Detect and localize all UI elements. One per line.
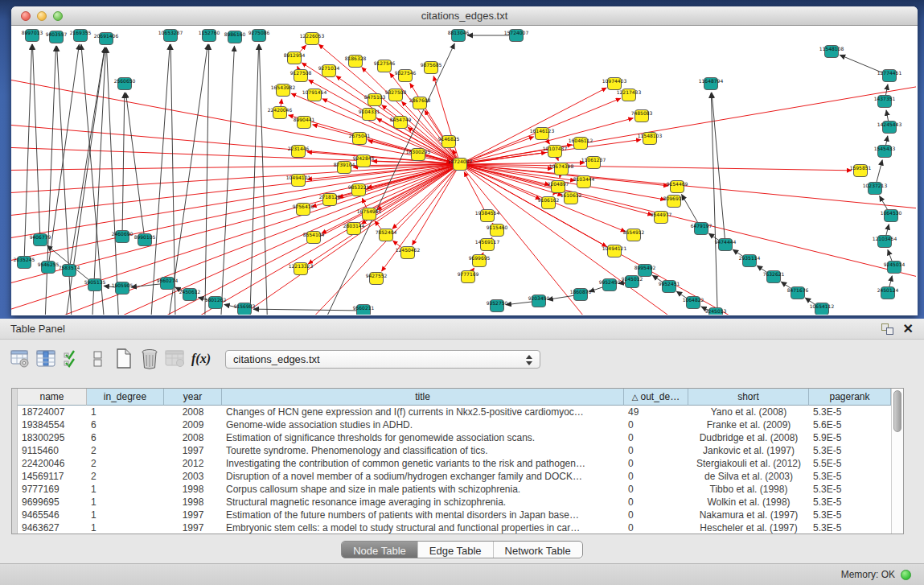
cell-pagerank: 5.3E-5 xyxy=(809,444,891,457)
node-label: 8475103 xyxy=(364,94,386,100)
node-label: 9560274 xyxy=(157,278,179,283)
column-header-title[interactable]: title xyxy=(222,389,624,406)
node-label: 15724007 xyxy=(504,30,529,35)
cell-short: Hescheler et al. (1997) xyxy=(688,521,809,534)
cell-pagerank: 5.3E-5 xyxy=(809,521,891,534)
table-row[interactable]: 946554611997Estimation of the future num… xyxy=(18,509,891,521)
cell-pagerank: 5.3E-5 xyxy=(809,483,891,496)
cell-outde: 0 xyxy=(624,509,688,521)
column-header-year[interactable]: year xyxy=(164,389,222,406)
tab-network-table[interactable]: Network Table xyxy=(494,542,582,558)
minimize-window-button[interactable] xyxy=(37,11,47,21)
cell-year: 1998 xyxy=(164,483,222,496)
node-label: 1860870 xyxy=(570,289,592,295)
node-label: 9245014 xyxy=(884,262,906,267)
table-row[interactable]: 946362711997Embryonic stem cells: a mode… xyxy=(18,521,891,534)
vertical-scrollbar[interactable] xyxy=(891,389,903,534)
cell-title: Disruption of a novel member of a sodium… xyxy=(222,470,624,483)
table-selector-dropdown[interactable]: citations_edges.txt xyxy=(225,350,540,369)
cell-title: Changes of HCN gene expression and I(f) … xyxy=(222,406,624,418)
table-row[interactable]: 969969511998Structural magnetic resonanc… xyxy=(18,496,891,509)
node-label: 16543982 xyxy=(271,84,296,90)
table-row[interactable]: 1938455462009Genome-wide association stu… xyxy=(18,418,891,431)
node-label: 9756410 xyxy=(293,204,314,209)
show-columns-button[interactable] xyxy=(34,347,60,371)
cell-title: Corpus callosum shape and size in male p… xyxy=(222,483,624,496)
node-label: 1152760 xyxy=(199,30,220,35)
table-gear-icon xyxy=(10,349,31,369)
node-label: 7583574 xyxy=(59,265,80,270)
node-label: 2560650 xyxy=(114,78,136,84)
memory-ok-icon xyxy=(901,570,911,580)
cell-name: 19384554 xyxy=(18,418,87,431)
column-header-outde[interactable]: △out_de… xyxy=(624,389,688,406)
node-label: 5905135 xyxy=(84,279,106,285)
row-header-strip xyxy=(12,389,18,534)
scrollbar-thumb[interactable] xyxy=(893,390,901,432)
close-window-button[interactable] xyxy=(21,11,31,21)
cell-short: Stergiakouli et al. (2012) xyxy=(688,457,809,470)
cell-indegree: 1 xyxy=(87,521,164,534)
table-row[interactable]: 1872400712008Changes of HCN gene express… xyxy=(18,406,891,418)
node-table: namein_degreeyeartitle△out_de…shortpager… xyxy=(11,388,904,534)
node-label: 10107437 xyxy=(543,146,568,151)
zoom-window-button[interactable] xyxy=(53,11,63,21)
node-label: 9546255 xyxy=(38,262,60,267)
function-builder-button[interactable]: f(x) xyxy=(188,347,214,371)
node-label: 9403557 xyxy=(46,31,68,37)
column-header-name[interactable]: name xyxy=(18,389,87,406)
cell-short: Yano et al. (2008) xyxy=(688,406,809,418)
cell-title: Estimation of the future numbers of pati… xyxy=(222,509,624,521)
edge xyxy=(32,44,40,240)
cell-indegree: 1 xyxy=(87,509,164,521)
table-header-row: namein_degreeyeartitle△out_de…shortpager… xyxy=(18,389,891,406)
node-label: 8103444 xyxy=(573,176,595,182)
delete-table-button[interactable] xyxy=(162,347,188,371)
node-label: 2935114 xyxy=(739,255,761,261)
row-mode-button[interactable] xyxy=(85,347,111,371)
cell-outde: 0 xyxy=(624,470,688,483)
table-row[interactable]: 1456911722003Disruption of a novel membe… xyxy=(18,470,891,483)
node-label: 12226053 xyxy=(300,33,325,39)
table-row[interactable]: 2242004622012Investigating the contribut… xyxy=(18,457,891,470)
cell-year: 2008 xyxy=(164,406,222,418)
tab-edge-table[interactable]: Edge Table xyxy=(418,542,494,558)
node-label: 8186328 xyxy=(345,56,367,61)
node-label: 10653287 xyxy=(158,30,183,35)
trash-icon xyxy=(140,348,159,369)
node-label: 10674398 xyxy=(549,163,574,169)
create-column-button[interactable] xyxy=(111,347,137,371)
node-label: 8454749 xyxy=(390,117,412,122)
close-panel-button[interactable]: ✕ xyxy=(903,321,914,336)
cell-outde: 0 xyxy=(624,444,688,457)
edge xyxy=(248,44,259,315)
node-label: 7852404 xyxy=(376,229,397,235)
cell-outde: 49 xyxy=(624,406,688,418)
node-label: 12213323 xyxy=(289,263,314,269)
node-label: 9203450 xyxy=(528,295,550,301)
network-canvas[interactable]: 8997013940355721693552069140610653287115… xyxy=(11,26,916,315)
tab-node-table[interactable]: Node Table xyxy=(342,542,418,558)
cell-indegree: 2 xyxy=(87,470,164,483)
delete-column-button[interactable] xyxy=(137,347,162,371)
table-row[interactable]: 977716911998Corpus callosum shape and si… xyxy=(18,483,891,496)
delete-table-icon xyxy=(165,349,186,369)
column-header-pagerank[interactable]: pagerank xyxy=(809,389,891,406)
edge-selected xyxy=(381,164,460,271)
table-row[interactable]: 911546021997Tourette syndrome. Phenomeno… xyxy=(18,444,891,457)
table-panel-title: Table Panel xyxy=(0,319,924,340)
table-row[interactable]: 1830029562008Estimation of significance … xyxy=(18,431,891,444)
column-header-short[interactable]: short xyxy=(688,389,809,406)
node-label: 9245013 xyxy=(705,308,727,314)
table-mode-button[interactable] xyxy=(8,347,34,371)
status-bar: Memory: OK xyxy=(0,563,924,585)
cell-name: 9699695 xyxy=(18,496,87,509)
node-label: 9853221 xyxy=(348,184,370,190)
cell-name: 9463627 xyxy=(18,521,87,534)
select-all-button[interactable] xyxy=(60,347,85,371)
float-panel-button[interactable] xyxy=(881,323,893,335)
cell-short: de Silva et al. (2003) xyxy=(688,470,809,483)
cell-name: 18724007 xyxy=(18,406,87,418)
column-header-indegree[interactable]: in_degree xyxy=(87,389,164,406)
network-window-titlebar[interactable]: citations_edges.txt xyxy=(11,6,918,26)
